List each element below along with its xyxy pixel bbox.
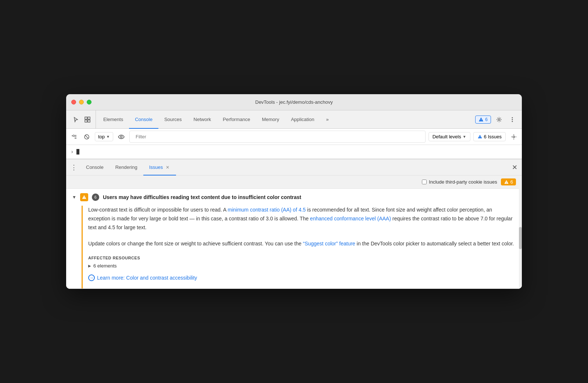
issue-content: Low-contrast text is difficult or imposs… xyxy=(66,206,522,288)
title-bar: DevTools - jec.fyi/demo/cds-anchovy xyxy=(66,94,522,110)
console-toolbar-left xyxy=(69,132,92,142)
svg-rect-3 xyxy=(88,120,90,122)
filter-section[interactable] xyxy=(129,131,426,143)
console-input-area[interactable]: › xyxy=(66,145,522,159)
tab-issues[interactable]: Issues ✕ xyxy=(143,160,176,175)
tab-rendering[interactable]: Rendering xyxy=(110,160,143,175)
level-select[interactable]: Default levels ▼ xyxy=(429,132,470,141)
svg-rect-4 xyxy=(481,119,481,120)
devtools-window: DevTools - jec.fyi/demo/cds-anchovy Elem xyxy=(66,94,522,288)
svg-rect-0 xyxy=(85,117,87,119)
issues-section: Include third-party cookie issues 6 ▼ xyxy=(66,175,522,288)
issue-item: ▼ 6 Users may have difficulties reading … xyxy=(66,189,522,288)
tab-sources[interactable]: Sources xyxy=(158,111,188,129)
filter-input[interactable] xyxy=(133,132,206,141)
link-minimum-contrast[interactable]: minimum contrast ratio (AA) of 4.5 xyxy=(227,207,305,213)
tab-network[interactable]: Network xyxy=(188,111,217,129)
tab-more[interactable]: » xyxy=(320,111,334,129)
svg-point-13 xyxy=(120,136,122,138)
close-panel-icon[interactable]: ✕ xyxy=(512,163,517,171)
toolbar-icons-left xyxy=(68,110,96,128)
svg-rect-1 xyxy=(88,117,90,119)
elements-toggle-arrow: ▶ xyxy=(88,264,91,268)
console-prompt: › xyxy=(71,149,74,155)
svg-point-15 xyxy=(480,138,480,138)
console-cursor xyxy=(76,149,79,155)
bottom-tabs: Console Rendering Issues ✕ xyxy=(80,159,176,175)
elements-toggle[interactable]: ▶ 6 elements xyxy=(88,263,514,269)
clear-console-icon[interactable] xyxy=(69,132,79,142)
svg-point-18 xyxy=(506,183,506,183)
svg-marker-10 xyxy=(72,135,75,137)
console-settings-icon[interactable] xyxy=(509,132,519,142)
nav-tabs: Elements Console Sources Network Perform… xyxy=(97,110,472,128)
svg-rect-19 xyxy=(84,196,84,198)
svg-point-20 xyxy=(84,198,84,198)
tab-performance[interactable]: Performance xyxy=(217,111,256,129)
minimize-button[interactable] xyxy=(79,100,84,104)
scroll-thumb[interactable] xyxy=(519,227,522,249)
bottom-panel: ⋮ Console Rendering Issues ✕ ✕ xyxy=(66,159,522,175)
issues-badge[interactable]: 6 xyxy=(475,116,491,124)
console-toolbar: top ▼ Default levels ▼ xyxy=(66,129,522,145)
eye-icon[interactable] xyxy=(116,132,126,142)
issue-warning-icon xyxy=(80,193,88,201)
affected-label: AFFECTED RESOURCES xyxy=(88,256,514,260)
learn-more-circle-icon: → xyxy=(88,274,95,281)
svg-point-16 xyxy=(513,136,515,138)
close-button[interactable] xyxy=(71,100,76,104)
issue-header[interactable]: ▼ 6 Users may have difficulties reading … xyxy=(66,189,522,206)
issues-toolbar: Include third-party cookie issues 6 xyxy=(66,175,522,189)
link-enhanced-conformance[interactable]: enhanced conformance level (AAA) xyxy=(310,216,391,221)
inspect-icon[interactable] xyxy=(82,114,93,125)
svg-rect-2 xyxy=(85,120,87,122)
more-icon[interactable] xyxy=(507,114,517,125)
tab-application[interactable]: Application xyxy=(285,111,320,129)
context-select[interactable]: top ▼ xyxy=(95,132,113,141)
issues-count-badge[interactable]: 6 Issues xyxy=(473,132,506,141)
svg-line-12 xyxy=(85,135,89,138)
cursor-icon[interactable] xyxy=(71,114,81,125)
tab-memory[interactable]: Memory xyxy=(256,111,285,129)
window-title: DevTools - jec.fyi/demo/cds-anchovy xyxy=(255,99,333,105)
console-section: top ▼ Default levels ▼ xyxy=(66,129,522,159)
svg-point-7 xyxy=(512,117,513,118)
ban-icon[interactable] xyxy=(82,132,92,142)
affected-resources: AFFECTED RESOURCES ▶ 6 elements xyxy=(88,256,514,269)
traffic-lights xyxy=(71,100,92,104)
toolbar-icons-right: 6 xyxy=(472,110,520,128)
link-suggest-color[interactable]: “Suggest color” feature xyxy=(303,241,355,247)
issue-description-2: Update colors or change the font size or… xyxy=(88,240,514,248)
svg-point-6 xyxy=(498,118,500,120)
issue-count: 6 xyxy=(92,194,99,201)
scrollbar[interactable] xyxy=(519,175,522,288)
svg-rect-17 xyxy=(506,181,506,183)
issue-left-border xyxy=(82,206,83,288)
issue-description: Low-contrast text is difficult or imposs… xyxy=(88,206,514,232)
third-party-checkbox[interactable] xyxy=(422,180,427,184)
main-toolbar: Elements Console Sources Network Perform… xyxy=(66,110,522,129)
tab-console-bottom[interactable]: Console xyxy=(80,160,110,175)
svg-point-9 xyxy=(512,121,513,122)
tab-elements[interactable]: Elements xyxy=(97,111,129,129)
context-dropdown-arrow: ▼ xyxy=(106,135,110,139)
level-dropdown-arrow: ▼ xyxy=(463,135,466,139)
warning-count-badge: 6 xyxy=(501,178,516,185)
learn-more-link[interactable]: → Learn more: Color and contrast accessi… xyxy=(88,274,514,281)
maximize-button[interactable] xyxy=(87,100,92,104)
close-issues-tab-button[interactable]: ✕ xyxy=(165,165,170,170)
third-party-checkbox-label[interactable]: Include third-party cookie issues xyxy=(422,179,497,185)
issue-title: Users may have difficulties reading text… xyxy=(103,194,301,200)
settings-icon[interactable] xyxy=(494,114,504,125)
issues-panel: ▼ 6 Users may have difficulties reading … xyxy=(66,189,522,288)
svg-point-8 xyxy=(512,119,513,120)
svg-point-5 xyxy=(481,121,481,121)
svg-rect-14 xyxy=(480,136,480,138)
bottom-panel-more-icon[interactable]: ⋮ xyxy=(68,159,80,175)
chevron-down-icon: ▼ xyxy=(72,195,76,200)
tab-console[interactable]: Console xyxy=(129,111,158,129)
